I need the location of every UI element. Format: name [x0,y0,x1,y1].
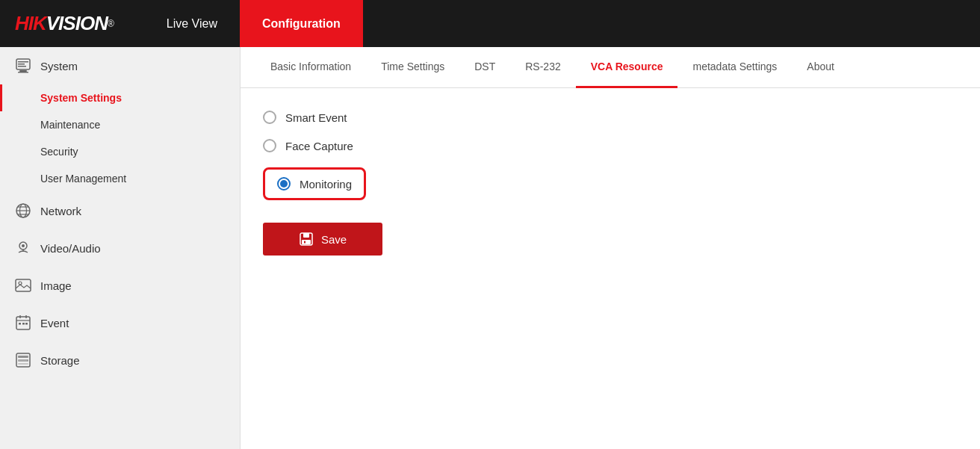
sidebar-item-security[interactable]: Security [0,138,240,165]
tab-basic-information[interactable]: Basic Information [255,47,366,88]
radio-monitoring-dot [280,180,288,188]
sidebar-label-storage: Storage [40,354,80,367]
main-content: Basic Information Time Settings DST RS-2… [241,47,980,449]
save-icon [299,232,314,247]
label-face-capture: Face Capture [285,140,353,152]
storage-icon [15,352,31,368]
radio-face-capture[interactable] [263,139,276,152]
tab-rs232[interactable]: RS-232 [510,47,575,88]
svg-rect-2 [18,72,28,73]
radio-monitoring[interactable] [277,177,291,191]
label-monitoring: Monitoring [300,178,352,191]
svg-rect-4 [18,64,25,65]
svg-rect-24 [18,356,28,358]
svg-rect-14 [16,279,31,291]
sidebar-item-user-management[interactable]: User Management [0,165,240,192]
radio-smart-event[interactable] [263,111,276,124]
sidebar-label-system: System [40,60,78,72]
option-face-capture[interactable]: Face Capture [263,139,958,152]
sidebar-label-image: Image [40,279,72,292]
tab-dst[interactable]: DST [459,47,510,88]
tab-about[interactable]: About [792,47,849,88]
sidebar-item-video-audio[interactable]: Video/Audio [0,229,240,267]
layout: System System Settings Maintenance Secur… [0,47,980,449]
sidebar-item-event[interactable]: Event [0,304,240,341]
tab-metadata-settings[interactable]: metadata Settings [677,47,792,88]
event-icon [15,315,31,331]
svg-rect-26 [18,363,28,365]
label-smart-event: Smart Event [285,111,347,124]
monitoring-highlight-box: Monitoring [263,167,366,200]
system-icon [15,58,31,74]
svg-rect-20 [19,323,21,325]
option-monitoring[interactable]: Monitoring [263,167,958,200]
logo-vision: VISION [46,12,108,35]
svg-rect-5 [18,66,26,67]
logo: HIKVISION® [15,12,114,35]
vca-resource-content: Smart Event Face Capture Monitoring [241,88,980,278]
nav-tabs: Live View Configuration [144,0,363,47]
nav-configuration[interactable]: Configuration [240,0,363,47]
sidebar-label-event: Event [40,317,69,329]
svg-rect-31 [302,240,311,244]
svg-rect-22 [25,323,28,325]
tab-vca-resource[interactable]: VCA Resource [576,47,678,88]
svg-point-12 [22,244,25,247]
nav-live-view[interactable]: Live View [144,0,240,47]
sidebar: System System Settings Maintenance Secur… [0,47,241,449]
tab-time-settings[interactable]: Time Settings [366,47,459,88]
svg-point-27 [27,356,28,358]
header: HIKVISION® Live View Configuration [0,0,980,47]
svg-rect-21 [22,323,25,325]
sidebar-item-maintenance[interactable]: Maintenance [0,111,240,138]
sidebar-item-network[interactable]: Network [0,192,240,229]
svg-rect-3 [18,61,28,63]
svg-rect-32 [304,241,306,244]
video-icon [15,240,31,256]
network-icon [15,202,31,219]
save-button[interactable]: Save [263,223,382,256]
sidebar-label-network: Network [40,205,81,217]
sidebar-item-system[interactable]: System [0,47,240,84]
tab-bar: Basic Information Time Settings DST RS-2… [241,47,980,88]
logo-hik: HIK [15,12,46,35]
logo-reg: ® [108,19,114,29]
sidebar-label-video-audio: Video/Audio [40,242,101,255]
image-icon [15,277,31,294]
svg-rect-30 [303,233,309,238]
save-label: Save [321,233,347,246]
svg-point-28 [27,360,28,362]
svg-rect-1 [19,70,27,72]
sidebar-item-storage[interactable]: Storage [0,341,240,379]
vca-options: Smart Event Face Capture Monitoring [263,111,958,200]
svg-rect-25 [18,359,28,362]
sidebar-item-image[interactable]: Image [0,267,240,304]
option-smart-event[interactable]: Smart Event [263,111,958,124]
sidebar-item-system-settings[interactable]: System Settings [0,84,240,111]
